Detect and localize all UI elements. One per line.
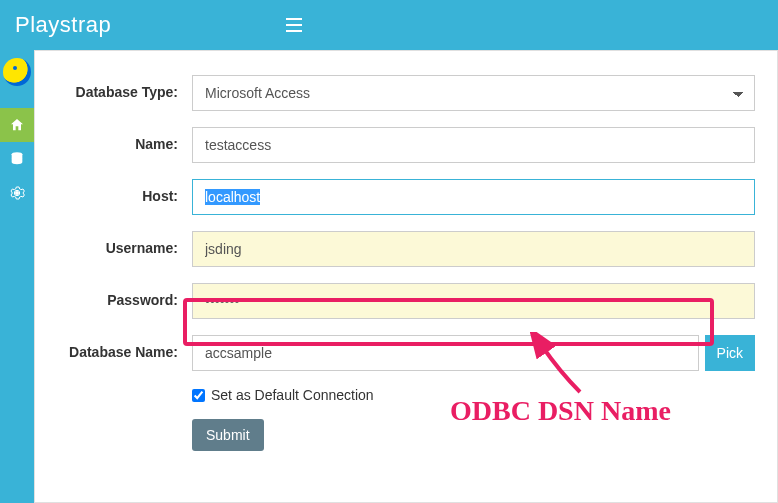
avatar-icon[interactable]: [3, 58, 31, 86]
hamburger-icon[interactable]: [286, 18, 302, 32]
sidebar-item-settings[interactable]: [0, 176, 34, 210]
database-name-input[interactable]: [192, 335, 699, 371]
gear-icon: [9, 185, 25, 201]
host-input[interactable]: localhost: [192, 179, 755, 215]
password-input[interactable]: [192, 283, 755, 319]
username-input[interactable]: [192, 231, 755, 267]
svg-point-1: [15, 191, 19, 195]
host-input-value: localhost: [205, 189, 260, 205]
form-panel: Database Type: Microsoft Access Name: Ho…: [34, 50, 778, 503]
name-input[interactable]: [192, 127, 755, 163]
home-icon: [9, 117, 25, 133]
label-username: Username:: [57, 231, 192, 267]
label-name: Name:: [57, 127, 192, 163]
label-database-type: Database Type:: [57, 75, 192, 111]
header: Playstrap: [0, 0, 778, 50]
label-host: Host:: [57, 179, 192, 215]
database-icon: [9, 151, 25, 167]
default-connection-checkbox-label[interactable]: Set as Default Connection: [192, 387, 755, 403]
sidebar-item-database[interactable]: [0, 142, 34, 176]
database-type-select[interactable]: Microsoft Access: [192, 75, 755, 111]
pick-button[interactable]: Pick: [705, 335, 755, 371]
default-connection-text: Set as Default Connection: [211, 387, 374, 403]
sidebar-item-home[interactable]: [0, 108, 34, 142]
brand-title: Playstrap: [15, 12, 111, 38]
default-connection-checkbox[interactable]: [192, 389, 205, 402]
sidebar: [0, 50, 34, 503]
label-database-name: Database Name:: [57, 335, 192, 371]
submit-button[interactable]: Submit: [192, 419, 264, 451]
label-password: Password:: [57, 283, 192, 319]
